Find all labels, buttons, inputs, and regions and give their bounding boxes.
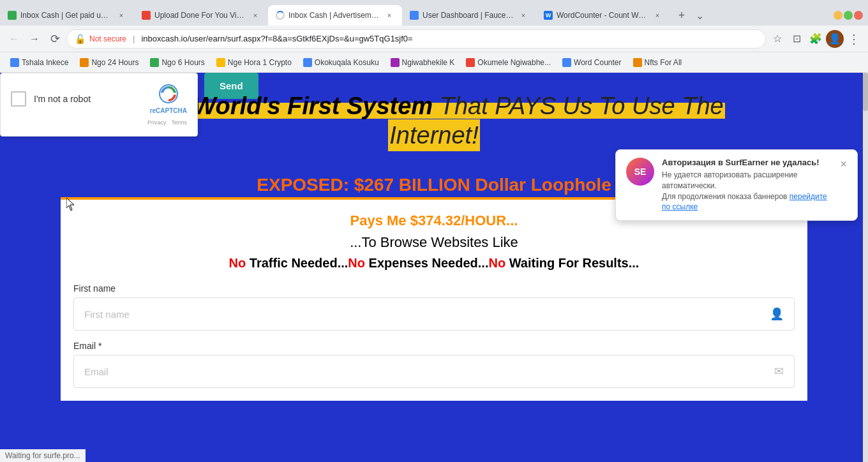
bookmark-okokuqala-kosuku[interactable]: Okokuqala Kosuku (298, 55, 384, 70)
tab-close-2[interactable]: × (250, 10, 260, 20)
first-name-label: First name (73, 283, 795, 294)
headline-internet: Internet! (388, 119, 479, 151)
bookmark-favicon-3 (150, 58, 159, 67)
window-maximize[interactable] (844, 11, 853, 20)
bookmark-label-8: Word Counter (574, 58, 621, 67)
bookmark-star-button[interactable]: ☆ (768, 30, 786, 48)
window-minimize[interactable] (834, 11, 842, 20)
recaptcha-logo (158, 84, 179, 107)
no-1: No (229, 256, 246, 270)
first-name-input[interactable]: First name 👤 (73, 297, 795, 331)
address-bar[interactable]: 🔓 Not secure | inboxcash.io/user/earn/su… (66, 29, 766, 48)
tab-close-4[interactable]: × (518, 10, 528, 20)
bookmark-favicon-8 (562, 58, 571, 67)
tab-close-5[interactable]: × (652, 10, 662, 20)
bookmark-label-2: Ngo 24 Hours (91, 58, 138, 67)
notif-body-2: Для продолжения показа баннеров (662, 192, 789, 201)
bookmark-favicon-7 (466, 58, 475, 67)
email-label: Email * (73, 341, 795, 351)
tab-title-2: Upload Done For You Videos ... (154, 11, 246, 20)
address-separator: | (130, 34, 137, 43)
tab-favicon-1 (8, 11, 17, 20)
tab-scroll-button[interactable]: ⌄ (691, 6, 708, 24)
email-placeholder: Email (84, 366, 108, 377)
email-input[interactable]: Email ✉ (73, 355, 795, 388)
no-3: No (488, 256, 505, 270)
bookmark-ngo-6-hours[interactable]: Ngo 6 Hours (145, 55, 209, 70)
tab-inbox-cash-1[interactable]: Inbox Cash | Get paid up to $0... × (0, 5, 134, 26)
bookmark-label-4: Nge Hora 1 Crypto (228, 58, 292, 67)
bookmark-okumele-ngiwabhe[interactable]: Okumele Ngiwabhe... (461, 55, 556, 70)
bookmark-favicon-4 (216, 58, 225, 67)
bookmark-label-6: Ngiwabhekile K (402, 58, 455, 67)
captcha-widget: I'm not a robot reCAPTCHA Privacy Terms (0, 73, 198, 137)
bookmark-label-1: Tshala Inkece (22, 58, 68, 67)
window-close[interactable] (854, 11, 863, 20)
back-button[interactable]: ← (5, 30, 23, 48)
bookmark-word-counter[interactable]: Word Counter (557, 55, 626, 70)
status-bar: Waiting for surfe.pro... (0, 449, 86, 462)
browser-chrome: Inbox Cash | Get paid up to $0... × Uplo… (0, 0, 868, 73)
tab-favicon-4 (410, 11, 419, 20)
bookmark-ngiwabhekile-k[interactable]: Ngiwabhekile K (385, 55, 460, 70)
email-icon: ✉ (774, 364, 784, 378)
se-logo: SE (626, 158, 654, 186)
surfe-earner-notification: SE Авторизация в SurfEarner не удалась! … (615, 149, 858, 221)
extensions-button[interactable]: 🧩 (807, 30, 825, 48)
not-secure-label: Not secure (89, 34, 126, 43)
bookmarks-bar: Tshala Inkece Ngo 24 Hours Ngo 6 Hours N… (0, 52, 868, 73)
recaptcha-logo-area: reCAPTCHA (150, 84, 187, 114)
reload-button[interactable]: ⟳ (46, 30, 64, 48)
no-traffic-text: No Traffic Needed...No Expenses Needed..… (73, 256, 795, 271)
bookmark-nge-hora-1-crypto[interactable]: Nge Hora 1 Crypto (211, 55, 297, 70)
first-name-placeholder: First name (84, 309, 130, 320)
tab-title-5: WordCounter - Count Words (557, 11, 648, 20)
captcha-checkbox[interactable] (11, 91, 26, 107)
scrollbar[interactable] (863, 73, 868, 462)
bookmark-favicon-2 (80, 58, 89, 67)
scrollbar-thumb[interactable] (863, 73, 868, 111)
menu-button[interactable]: ⋮ (845, 30, 863, 48)
bookmark-label-9: Nfts For All (645, 58, 682, 67)
nav-right-icons: ☆ ⊡ 🧩 👤 ⋮ (768, 30, 863, 48)
tab-title-1: Inbox Cash | Get paid up to $0... (20, 11, 112, 20)
bookmark-label-7: Okumele Ngiwabhe... (477, 58, 551, 67)
tab-favicon-5: W (544, 11, 553, 20)
notification-title: Авторизация в SurfEarner не удалась! (662, 158, 832, 167)
tab-close-1[interactable]: × (116, 10, 126, 20)
forward-button[interactable]: → (26, 30, 43, 48)
new-tab-button[interactable]: + (673, 6, 691, 24)
content-box: Pays Me $374.32/HOUR... ...To Browse Web… (61, 197, 807, 401)
notification-content: Авторизация в SurfEarner не удалась! Не … (662, 158, 832, 212)
nav-bar: ← → ⟳ 🔓 Not secure | inboxcash.io/user/e… (0, 26, 868, 52)
captcha-privacy[interactable]: Privacy (147, 119, 167, 126)
captcha-label: I'm not a robot (34, 94, 91, 104)
notification-close-button[interactable]: × (840, 158, 847, 171)
tab-upload-videos[interactable]: Upload Done For You Videos ... × (134, 5, 268, 26)
person-icon: 👤 (770, 307, 784, 321)
tab-wordcounter[interactable]: W WordCounter - Count Words × (536, 5, 670, 26)
headline-that-pays: That PAYS Us To Use The (433, 93, 723, 119)
reading-mode-button[interactable]: ⊡ (788, 30, 805, 48)
address-url[interactable]: inboxcash.io/user/earn/surf.aspx?f=8&a=s… (141, 34, 758, 43)
tab-bar: Inbox Cash | Get paid up to $0... × Uplo… (0, 0, 868, 26)
headline-bold: World's First System (193, 93, 433, 119)
notification-body: Не удается авторизовать расширение автом… (662, 170, 832, 212)
bookmark-favicon-6 (391, 58, 400, 67)
profile-avatar[interactable]: 👤 (826, 30, 844, 48)
bookmark-ngo-24-hours[interactable]: Ngo 24 Hours (75, 55, 144, 70)
tab-title-4: User Dashboard | FaucetPay (423, 11, 514, 20)
captcha-footer: Privacy Terms (11, 119, 187, 126)
tab-title-3: Inbox Cash | Advertisement (288, 11, 380, 20)
captcha-box: I'm not a robot reCAPTCHA (11, 84, 187, 114)
browse-text: ...To Browse Websites Like (73, 234, 795, 251)
captcha-terms[interactable]: Terms (172, 119, 188, 126)
bookmark-nfts-for-all[interactable]: Nfts For All (628, 55, 687, 70)
bookmark-favicon-1 (10, 58, 19, 67)
tab-faucetpay[interactable]: User Dashboard | FaucetPay × (402, 5, 536, 26)
tab-close-3[interactable]: × (384, 10, 394, 20)
bookmark-label-5: Okokuqala Kosuku (315, 58, 379, 67)
tab-inbox-cash-ad[interactable]: Inbox Cash | Advertisement × (268, 5, 402, 26)
recaptcha-brand-text: reCAPTCHA (150, 107, 187, 114)
bookmark-tshala-inkece[interactable]: Tshala Inkece (5, 55, 73, 70)
